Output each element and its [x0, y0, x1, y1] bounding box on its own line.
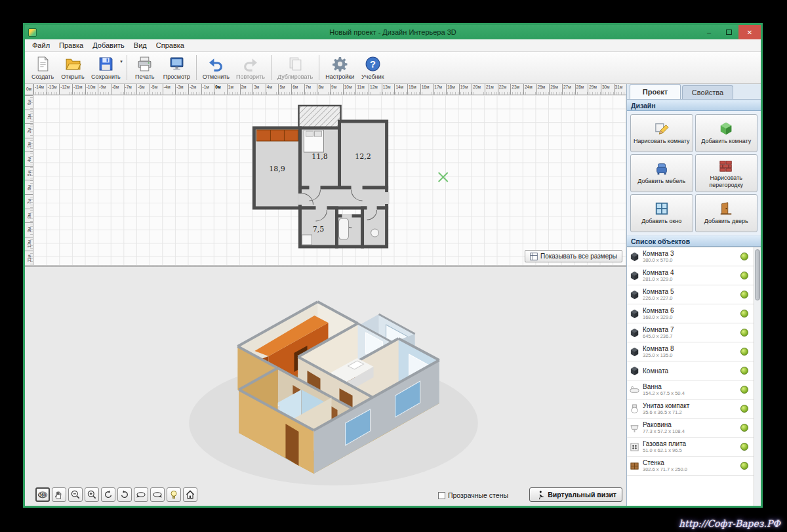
- nav-light-button[interactable]: [167, 487, 181, 502]
- visibility-eye-icon[interactable]: [740, 310, 748, 317]
- object-list-item[interactable]: Комната 6168.0 x 329.0: [627, 304, 754, 323]
- ruler-top-tick: 5м: [278, 84, 291, 94]
- nav-orbit-right-button[interactable]: [150, 487, 165, 502]
- menu-item[interactable]: Вид: [129, 40, 151, 51]
- ruler-top-tick: 8м: [317, 84, 330, 94]
- floor-plan-svg[interactable]: 18,9 11,8 12,2 7,5: [33, 95, 626, 265]
- object-list-item[interactable]: Газовая плита51.0 x 62.1 x 96.5: [627, 438, 754, 457]
- transparent-walls-checkbox[interactable]: Прозрачные стены: [438, 491, 508, 499]
- object-list-item[interactable]: Комната 5226.0 x 227.0: [627, 285, 754, 304]
- nav-view-360-button[interactable]: 360: [35, 487, 50, 502]
- visibility-eye-icon[interactable]: [740, 329, 748, 337]
- title-bar[interactable]: Новый проект - Дизайн Интерьера 3D – ✕: [25, 25, 761, 39]
- nav-orbit-left-button[interactable]: [134, 487, 148, 502]
- design-button[interactable]: Добавить окно: [630, 194, 693, 232]
- plan-2d-view[interactable]: 0м -14м-13м-12м-11м-10м-9м-8м-7м-6м-5м-4…: [25, 84, 626, 265]
- nav-pan-hand-button[interactable]: [52, 487, 66, 502]
- ruler-top-tick: 24м: [523, 84, 536, 94]
- zoom-in-icon: [87, 489, 97, 500]
- object-list-item[interactable]: Унитаз компакт35.6 x 36.5 x 71.2: [627, 399, 754, 419]
- ruler-top-tick: 6м: [291, 84, 304, 94]
- menu-bar: ФайлПравкаДобавитьВидСправка: [25, 39, 761, 52]
- main-area: 0м -14м-13м-12м-11м-10м-9м-8м-7м-6м-5м-4…: [25, 84, 761, 506]
- object-name: Унитаз компакт: [643, 402, 740, 409]
- right-panel: Проект Свойства Дизайн Нарисовать комнат…: [626, 84, 761, 506]
- virtual-visit-button[interactable]: Виртуальный визит: [529, 487, 622, 502]
- ruler-top-tick: 12м: [369, 84, 382, 94]
- object-list-item[interactable]: Комната 4281.0 x 329.0: [627, 266, 754, 285]
- house-3d-render[interactable]: [25, 267, 626, 506]
- visibility-eye-icon[interactable]: [740, 253, 748, 260]
- object-list-item[interactable]: Комната: [627, 361, 754, 380]
- object-list-item[interactable]: Стенка302.6 x 71.7 x 250.0: [627, 457, 754, 476]
- visibility-eye-icon[interactable]: [740, 424, 748, 432]
- scrollbar-thumb[interactable]: [755, 249, 760, 300]
- design-button[interactable]: Добавить комнату: [695, 114, 758, 152]
- add-window-icon: [655, 201, 669, 216]
- design-button[interactable]: Нарисовать комнату: [630, 114, 693, 152]
- checkbox-box-icon[interactable]: [438, 492, 445, 499]
- visibility-eye-icon[interactable]: [740, 443, 748, 451]
- design-button[interactable]: Нарисовать перегородку: [695, 154, 758, 192]
- toolbar-button-new-doc[interactable]: Создать: [28, 52, 58, 83]
- tab-project[interactable]: Проект: [630, 84, 681, 99]
- nav-rotate-ccw-button[interactable]: [101, 487, 115, 502]
- open-folder-icon: [65, 56, 81, 72]
- nav-rotate-cw-button[interactable]: [117, 487, 132, 502]
- bath-icon: [630, 385, 641, 395]
- ruler-top-tick: 19м: [459, 84, 472, 94]
- toolbar-button-print[interactable]: Печать: [130, 52, 160, 83]
- visibility-eye-icon[interactable]: [740, 405, 748, 413]
- toolbar-button-save[interactable]: ▾Сохранить: [88, 52, 124, 83]
- window-title: Новый проект - Дизайн Интерьера 3D: [25, 28, 761, 36]
- cabinet-icon: [630, 461, 641, 471]
- preview-icon: [169, 56, 185, 72]
- object-list-item[interactable]: Раковина77.3 x 57.2 x 108.4: [627, 419, 754, 438]
- visibility-eye-icon[interactable]: [740, 291, 748, 298]
- toolbar-button-label: Печать: [135, 73, 154, 80]
- object-list-item[interactable]: Комната 8325.0 x 135.0: [627, 342, 754, 361]
- menu-item[interactable]: Файл: [28, 40, 54, 51]
- toolbar-button-help[interactable]: ?Учебник: [357, 52, 388, 83]
- visibility-eye-icon[interactable]: [740, 348, 748, 356]
- menu-item[interactable]: Добавить: [88, 40, 129, 51]
- visibility-eye-icon[interactable]: [740, 386, 748, 394]
- tab-properties[interactable]: Свойства: [682, 85, 733, 99]
- design-button[interactable]: Добавить дверь: [695, 194, 758, 232]
- view-3d[interactable]: 360 Прозрачные стены Виртуальный визит: [25, 267, 626, 506]
- object-list-item[interactable]: Комната 7645.0 x 236.7: [627, 323, 754, 342]
- ruler-top-tick: -4м: [163, 84, 176, 94]
- ruler-top-tick: 7м: [304, 84, 317, 94]
- stove-icon: [630, 442, 641, 452]
- close-button[interactable]: ✕: [738, 25, 761, 39]
- dropdown-arrow-icon[interactable]: ▾: [120, 59, 123, 64]
- toolbar-button-open-folder[interactable]: Открыть: [58, 52, 88, 83]
- plan-2d-canvas[interactable]: 18,9 11,8 12,2 7,5: [33, 95, 626, 265]
- menu-item[interactable]: Справка: [151, 40, 189, 51]
- nav-zoom-out-button[interactable]: [68, 487, 83, 502]
- object-list-item[interactable]: Ванна154.2 x 67.5 x 50.4: [627, 380, 754, 399]
- view-360-icon: [37, 489, 48, 500]
- visibility-eye-icon[interactable]: [740, 272, 748, 279]
- toolbar-button-preview[interactable]: Просмотр: [160, 52, 193, 83]
- visibility-eye-icon[interactable]: [740, 367, 748, 375]
- object-text: Ванна154.2 x 67.5 x 50.4: [641, 383, 740, 396]
- nav-zoom-in-button[interactable]: [85, 487, 99, 502]
- toolbar-button-settings[interactable]: Настройки: [322, 52, 357, 83]
- maximize-button[interactable]: [719, 25, 738, 39]
- object-list-item[interactable]: Комната 3380.0 x 570.0: [627, 247, 754, 266]
- toolbar-button-undo[interactable]: Отменить: [199, 52, 233, 83]
- visibility-eye-icon[interactable]: [740, 462, 748, 470]
- nav-home-button[interactable]: [183, 487, 197, 502]
- minimize-button[interactable]: –: [699, 25, 719, 39]
- show-all-sizes-button[interactable]: Показывать все размеры: [525, 250, 622, 262]
- object-size: 226.0 x 227.0: [643, 295, 740, 301]
- undo-icon: [208, 56, 224, 72]
- objects-scrollbar[interactable]: [754, 247, 761, 506]
- toolbar-button-redo: Повторить: [233, 52, 268, 83]
- home-icon: [185, 489, 195, 500]
- design-button[interactable]: Добавить мебель: [630, 154, 693, 192]
- menu-item[interactable]: Правка: [54, 40, 88, 51]
- virtual-visit-label: Виртуальный визит: [548, 491, 616, 499]
- toolbar-separator: [319, 55, 319, 80]
